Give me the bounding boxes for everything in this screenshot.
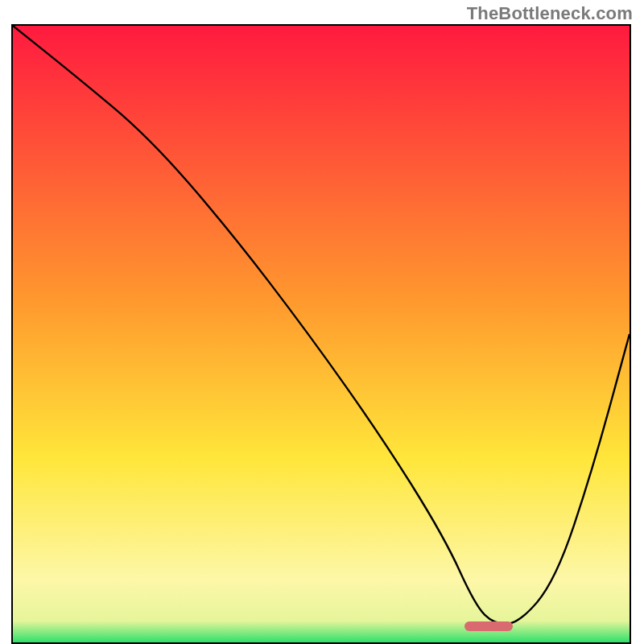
chart-frame: [11, 24, 631, 644]
bottleneck-curve: [13, 26, 630, 642]
curve-path: [13, 26, 630, 624]
optimum-marker: [464, 621, 513, 631]
watermark-text: TheBottleneck.com: [467, 3, 633, 24]
